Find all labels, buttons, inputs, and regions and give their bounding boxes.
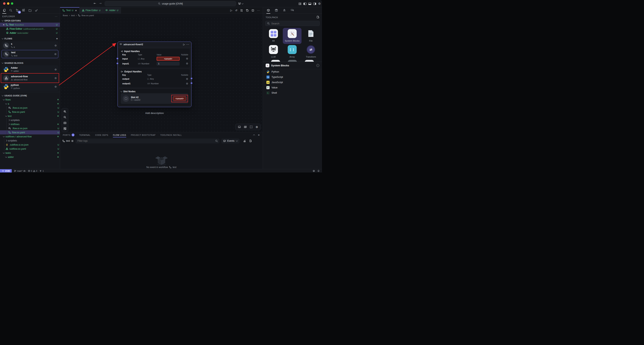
assistant-cat-icon[interactable] (238, 2, 242, 6)
explorer-files-icon[interactable] (2, 8, 7, 13)
fullscreen-icon[interactable] (250, 126, 252, 128)
zoom-in-icon[interactable] (62, 109, 68, 114)
tree-item-folder[interactable]: a (0, 102, 60, 106)
toggle-panel-icon[interactable] (238, 126, 241, 128)
shared-block-card[interactable]: python python ⚙ (2, 83, 58, 91)
close-tab-icon[interactable]: × (75, 9, 77, 12)
output-port[interactable] (190, 78, 192, 79)
tile-transform[interactable]: ⇄ Transform (302, 44, 320, 60)
tree-item-folder[interactable]: scriptlets (0, 118, 60, 122)
open-editor-item[interactable]: Adder tasks/adder U (0, 31, 60, 35)
run-node-icon[interactable]: ▷ (183, 43, 185, 46)
tile-file[interactable]: File (302, 28, 320, 44)
search-icon[interactable] (8, 8, 13, 13)
value-unset-field[interactable]: <unset> (156, 57, 180, 61)
tab-toolpack-install[interactable]: TOOLPACK INSTALL (160, 132, 182, 138)
close-icon[interactable]: × (3, 24, 5, 26)
new-toolpack-icon[interactable] (316, 16, 319, 19)
gear-icon[interactable]: ⚙ (183, 57, 188, 60)
toolpack-search-input[interactable] (266, 22, 320, 25)
slot-value-unset[interactable]: <unset> (173, 96, 186, 101)
forward-icon[interactable]: → (99, 2, 102, 5)
handle-row-input[interactable]: input {..}Any <unset> ⚙ (121, 56, 188, 61)
gear-icon[interactable]: ⚙ (54, 85, 57, 88)
minimap-icon[interactable] (244, 126, 247, 128)
canvas-settings-gear-icon[interactable]: ⚙ (256, 126, 258, 129)
more-actions-icon[interactable]: ··· (55, 15, 58, 18)
gear-icon[interactable]: ⚙ (183, 62, 188, 65)
back-icon[interactable]: ← (94, 2, 96, 5)
problems-indicator[interactable]: 0 0 (28, 170, 37, 172)
handle-row-output1[interactable]: output1 123Number ⚙ (121, 81, 188, 86)
tab-terminal[interactable]: TERMINAL (79, 132, 90, 138)
export-logs-icon[interactable] (249, 139, 252, 142)
more-actions-icon[interactable]: ··· (257, 9, 260, 12)
open-editor-item[interactable]: × Test flows/test U (0, 23, 60, 27)
flow-card[interactable]: s a ⚙ (2, 41, 58, 50)
open-editors-header[interactable]: OPEN EDITORS (0, 18, 60, 23)
add-flow-button[interactable]: + (56, 37, 58, 40)
shared-blocks-header[interactable]: SHARED BLOCKS (0, 61, 60, 65)
output-port[interactable] (190, 82, 192, 84)
tree-item-file[interactable]: flow.oo.yamlU (0, 110, 60, 114)
breadcrumb[interactable]: flows› test› flow.oo.yaml (60, 14, 263, 17)
sync-arrows-icon[interactable] (240, 9, 243, 12)
gear-icon[interactable]: ⚙ (54, 77, 57, 80)
flow-canvas[interactable]: advanced-flow#2 ▷ ··· Input Handles Key (60, 17, 263, 132)
tile-system-blocks[interactable]: System Blocks (283, 28, 302, 44)
handle-row-input1[interactable]: input1 123Number 1 ⚙ (121, 61, 188, 66)
auto-layout-icon[interactable] (62, 126, 68, 131)
node-header[interactable]: advanced-flow#2 ▷ ··· (118, 42, 191, 47)
settings-gear-icon[interactable]: ⚙ (318, 2, 322, 6)
block-item-python[interactable]: Python (263, 69, 322, 75)
toolpack-package-icon[interactable] (266, 8, 271, 13)
tree-item-folder[interactable]: scriptlets (0, 139, 60, 143)
maximize-panel-icon[interactable] (253, 134, 255, 136)
toggle-right-sidebar-icon[interactable] (313, 2, 316, 6)
tab-flow-logs[interactable]: FLOW LOGS (113, 132, 126, 138)
gift-icon[interactable] (274, 8, 279, 13)
shared-block-card-advanced-flow[interactable]: advanced-flow advanced-flow ⚙ (2, 74, 58, 82)
shared-block-card[interactable]: Adder adder ⚙ (2, 65, 58, 74)
split-editor-icon[interactable] (252, 9, 254, 12)
toggle-left-sidebar-icon[interactable] (303, 2, 307, 6)
tree-item-folder[interactable]: tasks (0, 151, 60, 155)
filter-logs-input[interactable] (76, 139, 220, 143)
tab-flow-editor[interactable]: Flow Editor U (80, 7, 103, 14)
handle-row-output[interactable]: output {..}Any ⚙ (121, 77, 188, 81)
clear-logs-broom-icon[interactable] (243, 139, 246, 142)
remote-indicator[interactable]: OVM (0, 169, 12, 173)
export-file-icon[interactable] (246, 9, 249, 12)
zoom-out-icon[interactable] (62, 115, 68, 120)
customize-layout-icon[interactable] (298, 2, 302, 6)
open-editor-item[interactable]: Flow Editor subflows/advanced-fl... U (0, 27, 60, 31)
flow-selector[interactable]: test (62, 140, 74, 142)
tree-item-folder[interactable]: test (0, 114, 60, 118)
rocket-icon[interactable] (282, 8, 287, 13)
run-icon[interactable]: ▷ (230, 9, 232, 12)
folder-icon[interactable] (28, 8, 32, 13)
feedback-chat-icon[interactable] (290, 8, 295, 13)
block-item-shell[interactable]: >_ Shell (263, 90, 322, 96)
close-panel-icon[interactable]: × (258, 134, 260, 136)
block-item-value[interactable]: Value (263, 85, 322, 90)
gear-icon[interactable]: ⚙ (54, 53, 56, 56)
node-menu-icon[interactable]: ··· (186, 43, 190, 46)
info-icon[interactable]: i (316, 64, 319, 67)
events-dropdown[interactable]: Events (221, 139, 240, 143)
tab-adder[interactable]: Adder U (103, 7, 121, 14)
chevron-down-icon[interactable] (242, 2, 244, 6)
gear-icon[interactable]: ⚙ (183, 82, 188, 85)
value-field[interactable]: 1 (156, 62, 180, 66)
tab-ports[interactable]: PORTS1 (63, 132, 74, 138)
tab-code-deps[interactable]: CODE DEPS (95, 132, 108, 138)
tile-llm[interactable]: LLM (264, 44, 283, 60)
node-advanced-flow-2[interactable]: advanced-flow#2 ▷ ··· Input Handles Key (118, 42, 192, 107)
flows-header[interactable]: FLOWS + (0, 36, 60, 41)
tree-item-folder[interactable]: adder (0, 155, 60, 159)
minimize-window-button[interactable] (7, 2, 9, 5)
tree-item-folder[interactable]: flows (0, 98, 60, 102)
gear-icon[interactable]: ⚙ (54, 68, 57, 71)
input-port[interactable] (116, 58, 118, 60)
tree-item-file[interactable]: {}.subflow.ui.oo.jsonU (0, 143, 60, 147)
